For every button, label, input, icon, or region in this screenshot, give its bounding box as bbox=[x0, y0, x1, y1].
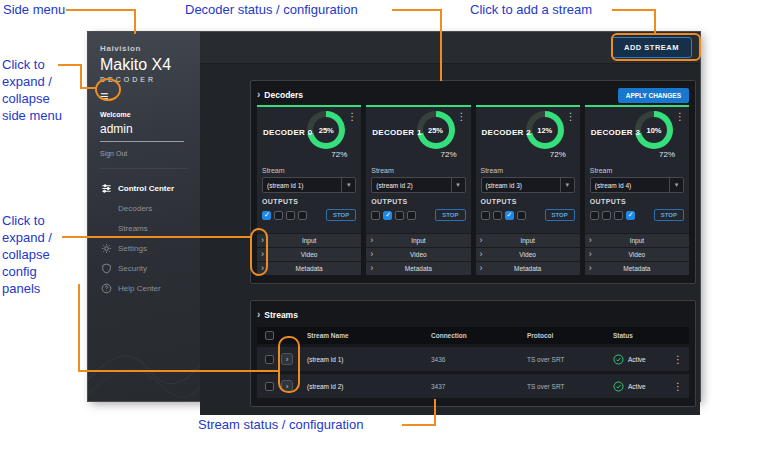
expander-chevron-icon[interactable]: › bbox=[370, 250, 373, 259]
sidebar-item-control-center[interactable]: Control Center bbox=[100, 178, 200, 198]
stream-protocol: TS over SRT bbox=[521, 356, 607, 363]
menu-label: Settings bbox=[118, 244, 147, 253]
row-checkbox[interactable] bbox=[265, 382, 274, 391]
decoder-card: ⋮ 25% DECODER 0 72% Stream (stream id 1) bbox=[257, 105, 361, 275]
sign-out-link[interactable]: Sign Out bbox=[100, 150, 200, 157]
output-checkbox[interactable] bbox=[274, 211, 283, 220]
buffer-percent: 72% bbox=[659, 150, 675, 159]
chevron-down-icon: ▾ bbox=[341, 178, 355, 192]
sidebar-item-decoders[interactable]: Decoders bbox=[100, 198, 200, 218]
stream-label: Stream bbox=[481, 167, 575, 174]
decoder-menu-icon[interactable]: ⋮ bbox=[347, 111, 357, 122]
output-checkbox[interactable] bbox=[395, 211, 404, 220]
sidebar-wave-decoration bbox=[88, 291, 200, 401]
stream-select[interactable]: (stream id 2) ▾ bbox=[371, 177, 465, 193]
gauge-value: 12% bbox=[537, 126, 552, 135]
output-checkbox[interactable] bbox=[481, 211, 490, 220]
app-window: Haivision Makito X4 DECODER ≡ Welcome ad… bbox=[88, 32, 700, 401]
expander-chevron-icon[interactable]: › bbox=[480, 236, 483, 245]
config-section-input[interactable]: ›Input bbox=[257, 233, 361, 247]
stream-select[interactable]: (stream id 3) ▾ bbox=[481, 177, 575, 193]
decoder-name: DECODER 2 bbox=[482, 128, 531, 137]
column-header: Status bbox=[607, 332, 673, 339]
stream-protocol: TS over SRT bbox=[521, 383, 607, 390]
output-checkbox[interactable] bbox=[286, 211, 295, 220]
config-section-metadata[interactable]: ›Metadata bbox=[476, 261, 580, 275]
section-label: Metadata bbox=[405, 265, 432, 272]
decoder-load-gauge: 25% bbox=[417, 111, 455, 149]
outputs-row: STOP bbox=[371, 209, 465, 221]
row-menu-icon[interactable]: ⋮ bbox=[673, 381, 689, 392]
expander-chevron-icon[interactable]: › bbox=[480, 264, 483, 273]
row-menu-icon[interactable]: ⋮ bbox=[673, 354, 689, 365]
expander-chevron-icon[interactable]: › bbox=[589, 264, 592, 273]
stream-select[interactable]: (stream id 4) ▾ bbox=[590, 177, 684, 193]
expander-chevron-icon[interactable]: › bbox=[589, 250, 592, 259]
output-checkbox[interactable] bbox=[590, 211, 599, 220]
section-label: Video bbox=[410, 251, 427, 258]
decoder-menu-icon[interactable]: ⋮ bbox=[457, 111, 467, 122]
stream-connection: 3436 bbox=[425, 356, 521, 363]
connector-line bbox=[134, 9, 136, 34]
sliders-icon bbox=[100, 182, 112, 194]
output-checkbox[interactable] bbox=[602, 211, 611, 220]
section-label: Metadata bbox=[623, 265, 650, 272]
section-label: Video bbox=[519, 251, 536, 258]
config-section-metadata[interactable]: ›Metadata bbox=[366, 261, 470, 275]
section-label: Metadata bbox=[514, 265, 541, 272]
connector-line bbox=[440, 9, 442, 81]
outputs-row: STOP bbox=[590, 209, 684, 221]
output-checkbox[interactable] bbox=[614, 211, 623, 220]
connector-line bbox=[80, 87, 96, 89]
connector-line bbox=[78, 370, 280, 372]
output-checkbox[interactable] bbox=[505, 211, 514, 220]
decoder-menu-icon[interactable]: ⋮ bbox=[675, 111, 685, 122]
stream-label: Stream bbox=[371, 167, 465, 174]
expander-chevron-icon[interactable]: › bbox=[370, 264, 373, 273]
select-all-checkbox[interactable] bbox=[265, 331, 274, 340]
config-section-input[interactable]: ›Input bbox=[366, 233, 470, 247]
status-badge: Active bbox=[607, 381, 673, 392]
status-badge: Active bbox=[607, 354, 673, 365]
stream-select[interactable]: (stream id 1) ▾ bbox=[262, 177, 356, 193]
config-section-input[interactable]: ›Input bbox=[476, 233, 580, 247]
output-checkbox[interactable] bbox=[371, 211, 380, 220]
stop-button[interactable]: STOP bbox=[435, 209, 465, 221]
config-section-video[interactable]: ›Video bbox=[366, 247, 470, 261]
config-section-metadata[interactable]: ›Metadata bbox=[585, 261, 689, 275]
output-checkbox[interactable] bbox=[407, 211, 416, 220]
config-section-video[interactable]: ›Video bbox=[476, 247, 580, 261]
section-label: Video bbox=[629, 251, 646, 258]
sidebar-item-streams[interactable]: Streams bbox=[100, 218, 200, 238]
config-section-video[interactable]: ›Video bbox=[585, 247, 689, 261]
panel-expander-icon[interactable]: › bbox=[257, 90, 260, 100]
stop-button[interactable]: STOP bbox=[654, 209, 684, 221]
output-checkbox[interactable] bbox=[493, 211, 502, 220]
output-checkbox[interactable] bbox=[383, 211, 392, 220]
sidebar-item-security[interactable]: Security bbox=[100, 258, 200, 278]
output-checkbox[interactable] bbox=[298, 211, 307, 220]
expander-chevron-icon[interactable]: › bbox=[370, 236, 373, 245]
config-section-video[interactable]: ›Video bbox=[257, 247, 361, 261]
output-checkbox[interactable] bbox=[262, 211, 271, 220]
config-section-metadata[interactable]: ›Metadata bbox=[257, 261, 361, 275]
panel-expander-icon[interactable]: › bbox=[257, 310, 260, 320]
stop-button[interactable]: STOP bbox=[545, 209, 575, 221]
stream-label: Stream bbox=[590, 167, 684, 174]
sidebar-item-settings[interactable]: Settings bbox=[100, 238, 200, 258]
expander-chevron-icon[interactable]: › bbox=[589, 236, 592, 245]
config-sections: ›Input ›Video ›Metadata bbox=[366, 233, 470, 275]
column-header: Stream Name bbox=[301, 332, 425, 339]
annotation-stream-status: Stream status / configuration bbox=[198, 416, 363, 433]
output-checkbox[interactable] bbox=[626, 211, 635, 220]
row-checkbox[interactable] bbox=[265, 355, 274, 364]
config-section-input[interactable]: ›Input bbox=[585, 233, 689, 247]
output-checkbox[interactable] bbox=[517, 211, 526, 220]
stop-button[interactable]: STOP bbox=[326, 209, 356, 221]
apply-changes-button[interactable]: APPLY CHANGES bbox=[618, 88, 689, 103]
decoder-menu-icon[interactable]: ⋮ bbox=[566, 111, 576, 122]
annotation-decoder-status: Decoder status / configuration bbox=[185, 1, 358, 18]
config-sections: ›Input ›Video ›Metadata bbox=[585, 233, 689, 275]
expander-chevron-icon[interactable]: › bbox=[480, 250, 483, 259]
streams-table-header: Stream Name Connection Protocol Status bbox=[257, 327, 689, 344]
